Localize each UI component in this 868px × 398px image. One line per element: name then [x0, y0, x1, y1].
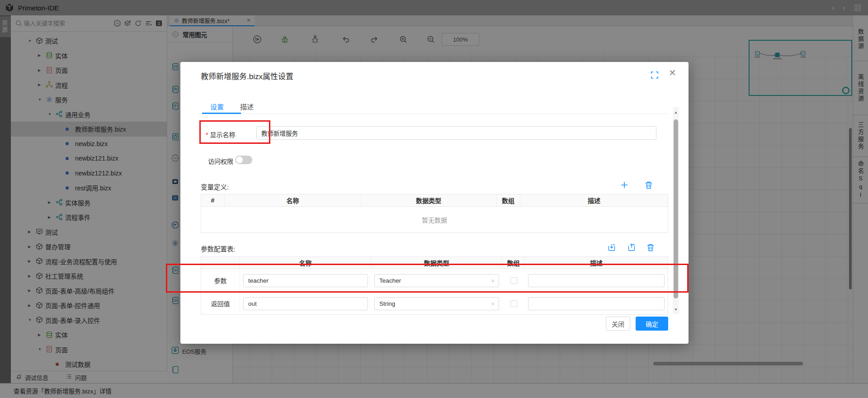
chevron-down-icon[interactable]: ▼ [38, 347, 46, 351]
palette-item-module-clip[interactable] [171, 133, 179, 142]
chevron-down-icon[interactable]: ▼ [28, 39, 36, 43]
tree-item[interactable]: ▶页面 [11, 63, 167, 78]
horizontal-scrollbar-thumb[interactable] [653, 362, 803, 365]
right-tab-离线资源[interactable]: 离线资源 [853, 61, 868, 115]
tree-item[interactable]: ▶测试 [11, 225, 167, 240]
modal-scrollbar-thumb[interactable] [674, 119, 678, 298]
filter-list-icon[interactable] [145, 19, 152, 27]
tree-item[interactable]: ▼测试 [11, 33, 167, 48]
chevron-right-icon[interactable]: ▶ [28, 289, 36, 293]
tree-item[interactable]: ▼页面-表单-录入控件 [11, 313, 167, 328]
array-checkbox[interactable] [510, 277, 517, 284]
add-variable-icon[interactable] [620, 180, 629, 190]
param-name-input[interactable] [243, 274, 368, 287]
scroll-down-icon[interactable]: ▼ [673, 304, 679, 314]
display-name-input[interactable] [256, 126, 656, 140]
right-tab-数据源[interactable]: 数据源 [853, 18, 868, 61]
chevron-right-icon[interactable]: ▶ [28, 259, 36, 263]
import-params-icon[interactable] [607, 243, 616, 252]
zoom-in-icon[interactable] [399, 35, 408, 44]
refresh-icon[interactable] [134, 19, 142, 27]
vertical-scrollbar-thumb[interactable] [849, 128, 852, 289]
array-checkbox[interactable] [510, 300, 517, 307]
tree-item[interactable]: ▶流程-业务流程配置与使用 [11, 254, 167, 269]
delete-param-icon[interactable] [646, 243, 655, 252]
file-tab-active[interactable]: 教师新增服务.bizx* ✕ [170, 15, 255, 26]
chevron-right-icon[interactable]: ▶ [48, 215, 56, 219]
palette-item-module-partial[interactable] [171, 365, 179, 375]
access-permission-toggle[interactable] [235, 156, 252, 164]
chevron-right-icon[interactable]: ▶ [28, 245, 36, 249]
zoom-level-box[interactable]: 100% [442, 33, 479, 46]
debug-bug-icon[interactable] [280, 35, 289, 44]
close-icon[interactable]: ✕ [669, 67, 676, 78]
palette-header[interactable]: 常用图元 [167, 26, 232, 43]
chevron-right-icon[interactable]: ▶ [38, 83, 46, 87]
tree-item[interactable]: newbiz1212.bizx [11, 166, 167, 181]
palette-item-eos[interactable]: EEOS服务 [171, 346, 206, 356]
tree-item[interactable]: ▶督办管理 [11, 239, 167, 254]
palette-item-step-gear[interactable] [171, 239, 179, 249]
run-icon[interactable] [253, 35, 262, 44]
tree-item[interactable]: newbiz.bizx [11, 137, 167, 152]
minimap[interactable] [749, 40, 852, 96]
search-input[interactable] [24, 20, 112, 27]
palette-item-shape-lines[interactable] [171, 194, 179, 204]
tree-item[interactable]: ▼通用业务 [11, 107, 167, 122]
palette-item-collapse-section[interactable] [171, 154, 179, 164]
new-resource-icon[interactable] [124, 19, 132, 27]
palette-item-shape-square[interactable] [171, 177, 179, 187]
tree-item[interactable]: ▶流程事件 [11, 210, 167, 225]
tree-item[interactable]: ▼页面 [11, 342, 167, 357]
palette-item-module-preview[interactable] [171, 62, 179, 72]
chevron-down-icon[interactable]: ▼ [28, 318, 36, 322]
chevron-right-icon[interactable]: ▶ [28, 303, 36, 308]
save-icon[interactable] [854, 4, 862, 12]
modal-tab-设置[interactable]: 设置 [202, 99, 232, 114]
undo-icon[interactable] [341, 35, 350, 44]
chevron-down-icon[interactable]: ▼ [38, 98, 46, 102]
param-type-select[interactable]: Teacher∨ [374, 274, 499, 287]
chevron-right-icon[interactable]: ▶ [28, 274, 36, 278]
fullscreen-icon[interactable] [651, 71, 659, 79]
tree-item[interactable]: ▶实体 [11, 48, 167, 63]
chevron-right-icon[interactable]: ▶ [48, 200, 56, 204]
close-button[interactable]: 关闭 [606, 317, 630, 331]
chevron-down-icon[interactable]: ▼ [48, 112, 56, 116]
delete-variable-icon[interactable] [644, 180, 653, 190]
right-tab-三方服务[interactable]: 三方服务 [853, 115, 868, 157]
palette-item-module-form[interactable] [171, 102, 179, 112]
param-name-input[interactable] [243, 297, 368, 310]
nav-forward-icon[interactable]: › [843, 4, 845, 12]
chevron-right-icon[interactable]: ▶ [38, 333, 46, 337]
bottom-tab-调试信息[interactable]: 调试信息 [15, 373, 48, 382]
ok-button[interactable]: 确定 [636, 317, 668, 331]
palette-item-step-export[interactable] [171, 221, 179, 231]
chevron-right-icon[interactable]: ▶ [38, 53, 46, 57]
tab-close-icon[interactable]: ✕ [246, 17, 251, 24]
tree-item[interactable]: ▶实体服务 [11, 195, 167, 210]
tree-item[interactable]: 测试数据 [11, 357, 167, 372]
tree-item[interactable]: ▶社工管理系统 [11, 269, 167, 284]
param-description-input[interactable] [528, 297, 665, 310]
tree-item[interactable]: ▶页面-表单-控件通用 [11, 298, 167, 313]
export-params-icon[interactable] [627, 243, 636, 252]
debug-secondary-icon[interactable] [311, 35, 320, 44]
tree-item[interactable]: ▼服务 [11, 92, 167, 107]
horizontal-scrollbar[interactable] [233, 361, 853, 366]
tree-item[interactable]: rest调用.bizx [11, 180, 167, 195]
translate-icon[interactable]: 文 [155, 19, 163, 27]
ai-assist-icon[interactable]: AI [113, 19, 121, 27]
right-tab-命名Sql[interactable]: 命名Sql [853, 157, 868, 204]
tree-item[interactable]: ▶实体 [11, 327, 167, 342]
modal-tab-描述[interactable]: 描述 [232, 99, 262, 114]
tree-item[interactable]: ▶流程 [11, 78, 167, 93]
param-type-select[interactable]: String∨ [374, 297, 499, 310]
nav-back-icon[interactable]: ‹ [832, 4, 835, 12]
zoom-out-icon[interactable] [426, 35, 435, 44]
tree-item[interactable]: 教师新增服务.bizx [11, 122, 167, 137]
tree-item[interactable]: ▶页面-表单-高级/布局组件 [11, 284, 167, 298]
palette-item-module-chip[interactable] [171, 266, 179, 276]
palette-item-module-search[interactable] [171, 85, 179, 95]
param-description-input[interactable] [528, 274, 665, 287]
